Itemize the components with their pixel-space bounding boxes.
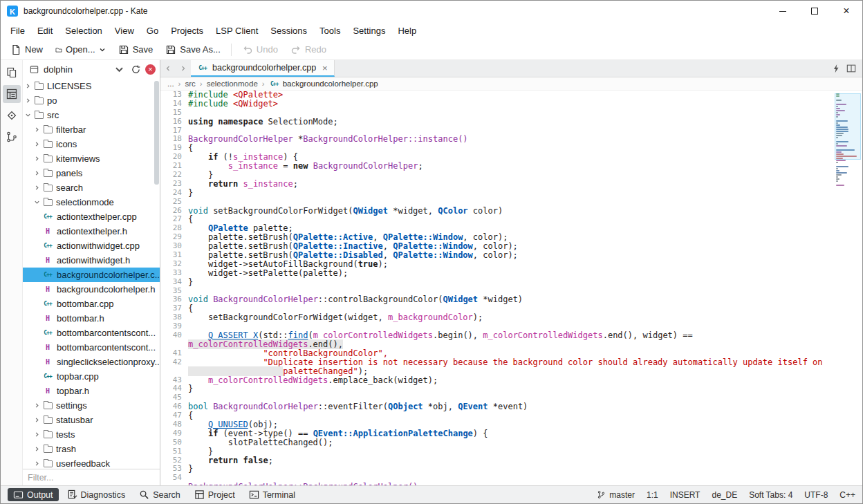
expander-icon[interactable] — [24, 112, 31, 118]
expander-icon[interactable] — [24, 97, 31, 104]
breadcrumb-file[interactable]: C++backgroundcolorhelper.cpp — [269, 80, 378, 88]
tree-item-bottombar-h[interactable]: Hbottombar.h — [23, 311, 160, 326]
toolview-projects-button[interactable] — [3, 85, 21, 103]
tree-item-topbar-h[interactable]: Htopbar.h — [23, 384, 160, 398]
tree-item-actionwithwidget-cpp[interactable]: C++actionwithwidget.cpp — [23, 239, 160, 253]
code-line[interactable]: 36void BackgroundColorHelper::controlBac… — [160, 295, 830, 304]
close-window-button[interactable]: × — [830, 1, 862, 21]
expander-icon[interactable] — [33, 417, 40, 423]
redo-button[interactable]: Redo — [285, 42, 332, 57]
code-area[interactable]: 13#include <QPalette>14#include <QWidget… — [160, 91, 862, 485]
lightning-icon[interactable] — [831, 64, 841, 73]
tree-item-licenses[interactable]: LICENSES — [23, 79, 160, 93]
status-input-mode[interactable]: INSERT — [670, 490, 700, 500]
toolview-git-button[interactable] — [3, 106, 21, 124]
save-button[interactable]: Save — [113, 42, 159, 57]
tree-item-actionwithwidget-h[interactable]: Hactionwithwidget.h — [23, 253, 160, 268]
code-line[interactable]: 43 m_colorControlledWidgets.emplace_back… — [160, 376, 830, 385]
status-indentation[interactable]: Soft Tabs: 4 — [749, 490, 792, 500]
code-line[interactable]: 42 "Duplicate insertion is not necessary… — [160, 358, 830, 367]
code-line[interactable]: 24} — [160, 189, 830, 198]
breadcrumb-item-selectionmode[interactable]: selectionmode — [207, 80, 258, 88]
expander-icon[interactable] — [33, 199, 40, 205]
code-line[interactable]: 23 return s_instance; — [160, 180, 830, 189]
tree-item-filterbar[interactable]: filterbar — [23, 122, 160, 137]
tree-scrollbar[interactable] — [154, 81, 159, 185]
code-line[interactable]: 46bool BackgroundColorHelper::eventFilte… — [160, 402, 830, 411]
tree-item-actiontexthelper-cpp[interactable]: C++actiontexthelper.cpp — [23, 209, 160, 224]
status-cursor-position[interactable]: 1:1 — [647, 490, 658, 500]
minimap[interactable] — [836, 93, 860, 483]
tree-item-selectionmode[interactable]: selectionmode — [23, 195, 160, 209]
status-syntax-mode[interactable]: C++ — [839, 490, 855, 500]
tree-item-singleclickselectionproxy[interactable]: Hsingleclickselectionproxy... — [23, 355, 160, 369]
close-panel-button[interactable]: × — [145, 64, 156, 75]
toolview-symbols-button[interactable] — [3, 128, 21, 146]
code-line[interactable]: BackgroundColorHelper::BackgroundColorHe… — [160, 483, 830, 485]
tree-item-userfeedback[interactable]: userfeedback — [23, 456, 160, 469]
code-line[interactable]: 34} — [160, 278, 830, 287]
tree-item-bottombarcontentscont[interactable]: Hbottombarcontentscont... — [23, 340, 160, 355]
menu-settings[interactable]: Settings — [346, 24, 391, 38]
minimize-button[interactable] — [767, 1, 799, 21]
tab-back-button[interactable] — [160, 60, 176, 77]
menu-edit[interactable]: Edit — [31, 24, 59, 38]
expander-icon[interactable] — [33, 127, 40, 133]
split-view-icon[interactable] — [846, 64, 856, 73]
tree-item-settings[interactable]: settings — [23, 398, 160, 413]
tree-item-tests[interactable]: tests — [23, 427, 160, 442]
undo-button[interactable]: Undo — [236, 42, 284, 57]
code-line[interactable]: 26void setBackgroundColorForWidget(QWidg… — [160, 207, 830, 216]
code-line[interactable]: 50 slotPaletteChanged(); — [160, 438, 830, 447]
output-toolview-button[interactable]: Output — [8, 488, 59, 501]
tree-item-backgroundcolorhelper-c[interactable]: C++backgroundcolorhelper.c... — [23, 268, 160, 282]
diagnostics-toolview-button[interactable]: Diagnostics — [62, 488, 131, 501]
new-button[interactable]: New — [5, 42, 48, 57]
code-line[interactable]: 38 setBackgroundColorForWidget(widget, m… — [160, 313, 830, 322]
code-line[interactable]: 16using namespace SelectionMode; — [160, 118, 830, 127]
breadcrumb-collapsed[interactable]: ... — [167, 80, 174, 88]
tab-close-button[interactable]: × — [322, 63, 328, 73]
menu-help[interactable]: Help — [391, 24, 423, 38]
menu-go[interactable]: Go — [140, 24, 165, 38]
tree-item-trash[interactable]: trash — [23, 442, 160, 456]
tree-item-backgroundcolorhelper-h[interactable]: Hbackgroundcolorhelper.h — [23, 282, 160, 297]
expander-icon[interactable] — [33, 141, 40, 147]
minimap-viewport[interactable] — [835, 93, 861, 160]
tree-item-bottombar-cpp[interactable]: C++bottombar.cpp — [23, 297, 160, 311]
menu-selection[interactable]: Selection — [59, 24, 108, 38]
expander-icon[interactable] — [24, 83, 31, 89]
status-encoding[interactable]: UTF-8 — [804, 490, 828, 500]
status-git-branch[interactable]: master — [597, 490, 635, 500]
tree-item-panels[interactable]: panels — [23, 166, 160, 180]
expander-icon[interactable] — [33, 402, 40, 409]
expander-icon[interactable] — [33, 431, 40, 438]
menu-lsp-client[interactable]: LSP Client — [210, 24, 264, 38]
tab-backgroundcolorhelper-cpp[interactable]: C++backgroundcolorhelper.cpp× — [191, 60, 335, 77]
project-toolview-button[interactable]: Project — [189, 488, 241, 501]
expander-icon[interactable] — [33, 460, 40, 467]
menu-projects[interactable]: Projects — [165, 24, 210, 38]
expander-icon[interactable] — [33, 170, 40, 176]
toolview-documents-button[interactable] — [3, 64, 21, 82]
save-as-button[interactable]: Save As... — [160, 42, 226, 57]
tab-forward-button[interactable] — [176, 60, 191, 77]
menu-tools[interactable]: Tools — [313, 24, 346, 38]
open-button[interactable]: Open... — [50, 42, 111, 57]
menu-file[interactable]: File — [4, 24, 31, 38]
code-line[interactable]: 44} — [160, 384, 830, 393]
tree-item-po[interactable]: po — [23, 93, 160, 108]
tree-item-topbar-cpp[interactable]: C++topbar.cpp — [23, 369, 160, 384]
expander-icon[interactable] — [33, 185, 40, 191]
refresh-project-button[interactable] — [131, 64, 141, 75]
expander-icon[interactable] — [33, 156, 40, 162]
maximize-button[interactable] — [799, 1, 830, 21]
code-line[interactable]: 18BackgroundColorHelper *BackgroundColor… — [160, 135, 830, 144]
status-dictionary[interactable]: de_DE — [712, 490, 737, 500]
tree-item-src[interactable]: src — [23, 108, 160, 122]
tree-item-icons[interactable]: icons — [23, 137, 160, 151]
menu-sessions[interactable]: Sessions — [264, 24, 313, 38]
code-line[interactable]: 33 widget->setPalette(palette); — [160, 269, 830, 278]
tree-item-actiontexthelper-h[interactable]: Hactiontexthelper.h — [23, 224, 160, 239]
search-toolview-button[interactable]: Search — [133, 488, 186, 501]
